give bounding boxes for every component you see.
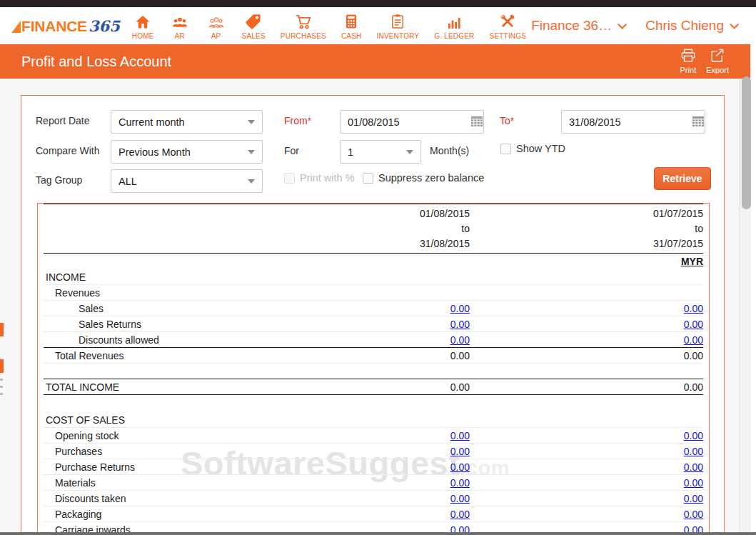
to-date-input[interactable] <box>561 110 705 134</box>
page-title: Profit and Loss Account <box>21 54 171 70</box>
amount-link[interactable]: 0.00 <box>684 461 703 473</box>
table-inner: 01/08/201501/07/2015 toto 31/08/201531/0… <box>44 204 703 535</box>
table-row: INCOME <box>44 269 703 285</box>
amount-value: 0.00 <box>470 381 703 393</box>
nav-item-purchases[interactable]: PURCHASES <box>278 11 328 41</box>
nav-items: HOME AR AP SALES PURCHASES CASH INVENTOR… <box>130 11 528 41</box>
show-ytd-checkbox[interactable]: Show YTD <box>500 143 565 154</box>
nav-item-home[interactable]: HOME <box>130 12 156 41</box>
tag-icon <box>243 12 263 31</box>
user-name: Chris Chieng <box>645 18 724 34</box>
table-header: 01/08/201501/07/2015 toto 31/08/201531/0… <box>44 204 703 254</box>
export-icon <box>710 49 725 64</box>
amount-cell: 0.00 <box>470 477 703 489</box>
period1-line: 01/08/2015 <box>384 208 470 219</box>
amount-cell: 0.00 <box>470 303 703 314</box>
period2-line: 31/07/2015 <box>470 238 703 249</box>
company-selector[interactable]: Finance 36… <box>531 18 624 34</box>
amount-link[interactable]: 0.00 <box>450 303 470 314</box>
table-row: Sales Returns0.000.00 <box>44 316 703 332</box>
nav-item-label: HOME <box>132 32 154 40</box>
nav-item-ar[interactable]: AR <box>167 12 193 41</box>
table-row: Packaging0.000.00 <box>44 506 703 522</box>
tag-group-select[interactable]: ALL <box>111 169 263 193</box>
chevron-down-icon <box>730 20 739 29</box>
page-titlebar: Profit and Loss Account Print Export <box>0 44 750 79</box>
row-label: Purchase Returns <box>44 461 384 473</box>
amount-cell: 0.00 <box>384 334 470 346</box>
amount-link[interactable]: 0.00 <box>450 477 470 489</box>
amount-link[interactable]: 0.00 <box>450 461 470 473</box>
user-menu[interactable]: Chris Chieng <box>645 18 736 34</box>
row-label: COST OF SALES <box>44 414 384 426</box>
amount-link[interactable]: 0.00 <box>450 319 470 330</box>
nav-item-label: AR <box>174 32 184 40</box>
compare-with-select[interactable]: Previous Month <box>111 140 263 164</box>
amount-link[interactable]: 0.00 <box>684 446 703 457</box>
amount-link[interactable]: 0.00 <box>684 430 703 441</box>
row-label: TOTAL INCOME <box>44 381 384 393</box>
print-icon <box>680 49 696 64</box>
nav-item-sales[interactable]: SALES <box>240 11 268 41</box>
amount-value: 0.00 <box>470 350 703 361</box>
group-filled-icon <box>169 14 191 31</box>
amount-link[interactable]: 0.00 <box>450 509 470 520</box>
chevron-down-icon <box>618 20 627 29</box>
caret-down-icon <box>248 120 255 124</box>
from-date-input[interactable] <box>340 110 484 134</box>
bar-chart-icon <box>445 14 463 31</box>
tag-group-label: Tag Group <box>36 174 82 186</box>
amount-cell: 0.00 <box>384 303 470 314</box>
amount-cell: 0.00 <box>384 509 470 520</box>
nav-item-ap[interactable]: AP <box>203 12 229 41</box>
amount-cell: 0.00 <box>470 319 703 330</box>
scrollbar-gutter <box>751 44 756 532</box>
app-logo[interactable]: FINANCE 365 <box>11 17 120 35</box>
amount-link[interactable]: 0.00 <box>684 334 703 346</box>
period2-line: 01/07/2015 <box>470 208 703 219</box>
logo-triangle-icon <box>11 21 21 33</box>
report-panel: Report Date Current month From* To* Comp… <box>21 95 725 535</box>
amount-link[interactable]: 0.00 <box>684 477 703 489</box>
report-date-select[interactable]: Current month <box>111 110 263 134</box>
for-select[interactable]: 1 <box>340 140 421 164</box>
print-with-percent-label: Print with % <box>300 172 355 184</box>
nav-item-settings[interactable]: SETTINGS <box>488 11 529 41</box>
nav-item-gledger[interactable]: G. LEDGER <box>432 12 476 41</box>
export-button[interactable]: Export <box>706 49 729 74</box>
amount-link[interactable]: 0.00 <box>684 319 703 330</box>
home-icon <box>133 14 152 31</box>
row-label: Revenues <box>44 287 384 299</box>
amount-link[interactable]: 0.00 <box>684 493 703 504</box>
logo-text: FINANCE <box>21 18 87 35</box>
top-navbar: FINANCE 365 HOME AR AP SALES PURCHASES C… <box>0 7 756 44</box>
report-date-label: Report Date <box>36 115 89 126</box>
scrollbar-thumb[interactable] <box>742 76 751 209</box>
tools-icon <box>498 12 518 31</box>
print-button[interactable]: Print <box>680 49 697 74</box>
window-top-strip <box>0 0 756 7</box>
amount-cell: 0.00 <box>470 461 703 473</box>
to-label: To* <box>500 115 514 126</box>
amount-cell: 0.00 <box>470 334 703 346</box>
table-row: Opening stock0.000.00 <box>44 428 703 444</box>
amount-link[interactable]: 0.00 <box>684 509 703 520</box>
amount-cell: 0.00 <box>384 319 470 330</box>
amount-link[interactable]: 0.00 <box>450 334 470 346</box>
amount-link[interactable]: 0.00 <box>450 430 470 441</box>
clipped-side-tab <box>0 379 3 381</box>
period2-line: to <box>470 223 703 234</box>
nav-item-inventory[interactable]: INVENTORY <box>374 11 421 41</box>
amount-link[interactable]: 0.00 <box>450 493 470 504</box>
amount-link[interactable]: 0.00 <box>684 303 703 314</box>
months-label: Month(s) <box>430 145 469 156</box>
table-row <box>44 395 703 412</box>
nav-item-cash[interactable]: CASH <box>339 11 364 41</box>
retrieve-button[interactable]: Retrieve <box>654 167 711 190</box>
table-row: Purchase Returns0.000.00 <box>44 459 703 475</box>
amount-link[interactable]: 0.00 <box>450 446 470 457</box>
print-label: Print <box>680 66 697 74</box>
clipped-side-tab <box>0 386 3 388</box>
suppress-zero-checkbox[interactable]: Suppress zero balance <box>363 172 484 184</box>
amount-cell: 0.00 <box>470 446 703 457</box>
